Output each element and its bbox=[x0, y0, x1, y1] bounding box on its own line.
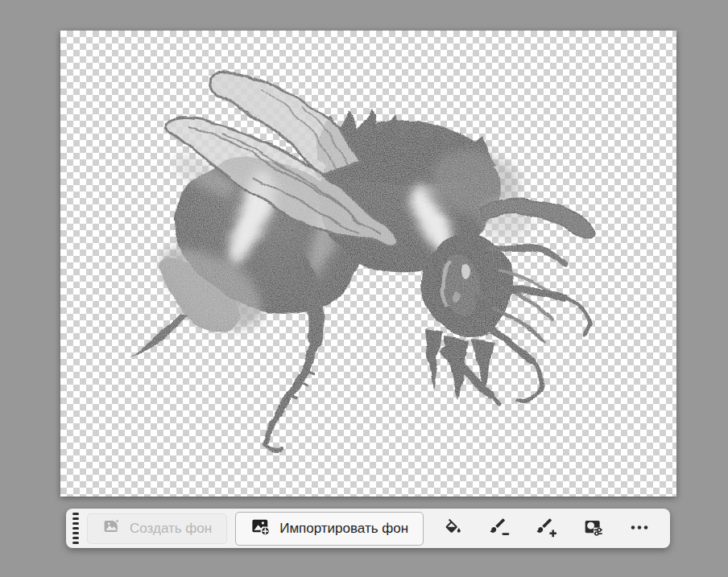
tool-group bbox=[435, 513, 657, 545]
create-background-label: Создать фон bbox=[130, 521, 212, 537]
editor-canvas[interactable] bbox=[60, 31, 676, 497]
app-background: Создать фон Импортировать фон bbox=[0, 0, 728, 577]
image-sparkle-icon bbox=[102, 517, 122, 540]
image-add-icon bbox=[250, 516, 271, 541]
bee-artwork bbox=[60, 31, 676, 497]
image-adjustments-button[interactable] bbox=[575, 513, 610, 545]
import-background-label: Импортировать фон bbox=[279, 521, 408, 537]
brush-remove-button[interactable] bbox=[482, 513, 517, 545]
bottom-toolbar: Создать фон Импортировать фон bbox=[66, 509, 670, 548]
import-background-button[interactable]: Импортировать фон bbox=[235, 512, 424, 546]
fill-background-button[interactable] bbox=[435, 513, 470, 545]
ellipsis-icon bbox=[629, 517, 650, 540]
toolbar-drag-handle[interactable] bbox=[72, 511, 79, 546]
brush-add-button[interactable] bbox=[528, 513, 564, 545]
more-options-button[interactable] bbox=[622, 513, 657, 545]
brush-minus-icon bbox=[489, 517, 510, 540]
paint-bucket-icon bbox=[442, 517, 463, 540]
image-adjustments-icon bbox=[582, 517, 603, 540]
brush-plus-icon bbox=[536, 517, 556, 540]
create-background-button[interactable]: Создать фон bbox=[87, 513, 227, 544]
